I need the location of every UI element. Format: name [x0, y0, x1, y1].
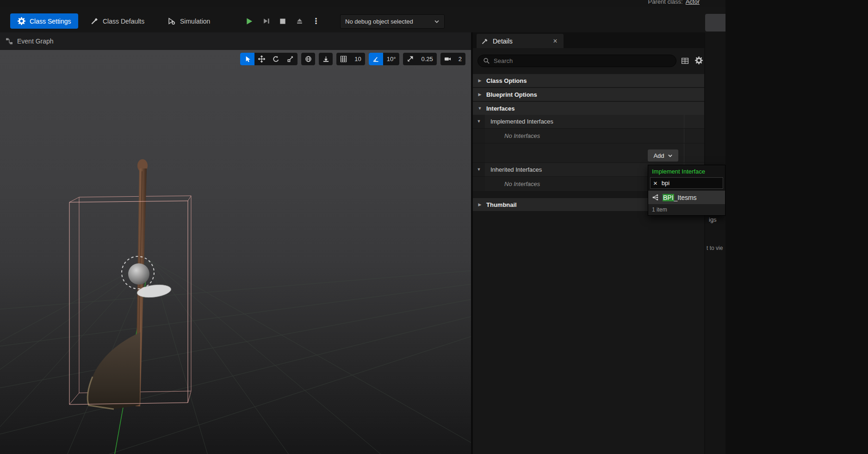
details-tab-strip: Details ×: [473, 32, 704, 48]
column-splitter[interactable]: [684, 143, 684, 162]
tool-icon: [91, 17, 99, 25]
section-label: Interfaces: [486, 105, 515, 112]
tab-details[interactable]: Details ×: [477, 34, 564, 48]
world-icon: [305, 56, 312, 62]
details-icon: [481, 37, 489, 45]
debug-object-label: No debug object selected: [345, 18, 413, 25]
scale-snap-group: 0.25: [403, 53, 436, 65]
implemented-interfaces-row[interactable]: ▼ Implemented Interfaces: [473, 115, 704, 129]
details-search-input[interactable]: [494, 57, 671, 64]
parent-class-link[interactable]: Actor: [686, 0, 700, 5]
debug-object-dropdown[interactable]: No debug object selected: [340, 14, 445, 29]
column-splitter[interactable]: [684, 115, 684, 128]
chevron-down-icon[interactable]: ▼: [477, 168, 481, 172]
camera-icon: [444, 56, 451, 62]
grid-snap-value[interactable]: 10: [351, 56, 365, 62]
row-gutter: [473, 177, 485, 191]
interface-result-item[interactable]: BPI_Itesms: [648, 191, 725, 204]
chevron-down-icon: [434, 19, 440, 24]
stop-button[interactable]: [276, 14, 290, 28]
add-interface-row: Add: [473, 143, 704, 163]
row-gutter: ▼: [473, 115, 485, 128]
scale-tool-button[interactable]: [283, 53, 298, 65]
rotation-snap-value[interactable]: 10°: [383, 56, 400, 62]
scale-snap-value[interactable]: 0.25: [417, 56, 436, 62]
chevron-right-icon[interactable]: ▶: [477, 79, 482, 83]
gear-icon: [18, 17, 25, 25]
clipped-text-top: igs: [709, 216, 717, 223]
add-interface-button[interactable]: Add: [648, 149, 678, 162]
row-label: Implemented Interfaces: [490, 118, 553, 125]
row-gutter: ▼: [473, 163, 485, 176]
camera-speed-value[interactable]: 2: [455, 56, 465, 62]
row-gutter: [473, 143, 485, 162]
clear-search-icon[interactable]: ×: [653, 180, 657, 187]
blueprint-editor-root: Parent class:Actor Class Settings Class …: [0, 0, 868, 454]
translate-tool-button[interactable]: [254, 53, 269, 65]
viewport-scene[interactable]: [0, 50, 471, 454]
clipped-toolbar-fragment[interactable]: [705, 14, 725, 31]
play-button[interactable]: [242, 14, 256, 28]
column-splitter[interactable]: [684, 129, 684, 143]
select-tool-button[interactable]: [240, 53, 254, 65]
camera-speed-group: 2: [440, 53, 465, 65]
frame-skip-button[interactable]: [259, 14, 273, 28]
no-interfaces-label: No Interfaces: [504, 132, 540, 139]
sphere-gizmo[interactable]: [122, 256, 172, 299]
scale-icon: [287, 56, 294, 62]
match-highlight: BPI: [663, 194, 674, 201]
section-label: Blueprint Options: [486, 91, 537, 98]
viewport-toolbar: 10 10° 0.25 2: [240, 53, 465, 65]
rotation-snap-toggle[interactable]: [369, 53, 383, 65]
close-icon[interactable]: ×: [552, 37, 559, 45]
play-controls: ⋮: [242, 13, 323, 29]
clipped-right-panel: igs t to vie: [705, 32, 725, 454]
main-toolbar: Class Settings Class Defaults Simulation: [0, 7, 725, 32]
match-rest: _Itesms: [674, 194, 697, 201]
chevron-down-icon[interactable]: ▼: [477, 119, 481, 124]
camera-speed-button[interactable]: [440, 53, 455, 65]
3d-viewport[interactable]: 10 10° 0.25 2: [0, 50, 471, 454]
coordinate-system-toggle[interactable]: [301, 53, 315, 65]
simulation-button[interactable]: Simulation: [163, 13, 215, 29]
move-icon: [258, 56, 265, 62]
chevron-right-icon[interactable]: ▶: [477, 203, 482, 207]
graph-icon: [6, 37, 13, 45]
interface-search-input[interactable]: [662, 180, 720, 187]
axe-blade: [87, 332, 140, 409]
grid-snap-toggle[interactable]: [336, 53, 351, 65]
angle-icon: [372, 56, 379, 62]
pointer-icon: [244, 56, 251, 62]
simulation-icon: [167, 17, 176, 25]
parent-class-line: Parent class:Actor: [648, 0, 700, 5]
display-filter-icon[interactable]: [681, 57, 689, 65]
implement-interface-popup: Implement Interface × BPI_Itesms 1 item: [648, 165, 725, 216]
class-defaults-button[interactable]: Class Defaults: [86, 13, 149, 29]
chevron-right-icon[interactable]: ▶: [477, 93, 482, 97]
more-options-button[interactable]: ⋮: [309, 14, 323, 28]
settings-gear-icon[interactable]: [695, 56, 703, 64]
parent-class-label: Parent class:: [648, 0, 683, 5]
chevron-down-icon: [668, 154, 673, 158]
blueprint-interface-icon: [652, 194, 659, 201]
details-search-box[interactable]: [477, 55, 676, 67]
class-settings-button[interactable]: Class Settings: [10, 13, 78, 29]
eject-button[interactable]: [292, 14, 306, 28]
grid-icon: [340, 56, 347, 62]
grid-snap-group: 10: [336, 53, 365, 65]
section-blueprint-options[interactable]: ▶ Blueprint Options: [473, 88, 704, 101]
snap-icon: [322, 56, 329, 62]
event-graph-tab[interactable]: Event Graph: [0, 32, 471, 50]
diagonal-arrow-icon: [407, 56, 414, 62]
popup-search-box[interactable]: ×: [650, 177, 723, 189]
kebab-icon: ⋮: [312, 16, 320, 26]
section-interfaces[interactable]: ▼ Interfaces: [473, 102, 704, 115]
rotate-tool-button[interactable]: [269, 53, 283, 65]
add-button-label: Add: [653, 152, 664, 159]
scale-snap-toggle[interactable]: [403, 53, 417, 65]
surface-snap-toggle[interactable]: [319, 53, 333, 65]
section-class-options[interactable]: ▶ Class Options: [473, 74, 704, 87]
chevron-down-icon[interactable]: ▼: [477, 106, 482, 111]
popup-footer: 1 item: [648, 204, 725, 215]
rotate-icon: [273, 56, 279, 62]
